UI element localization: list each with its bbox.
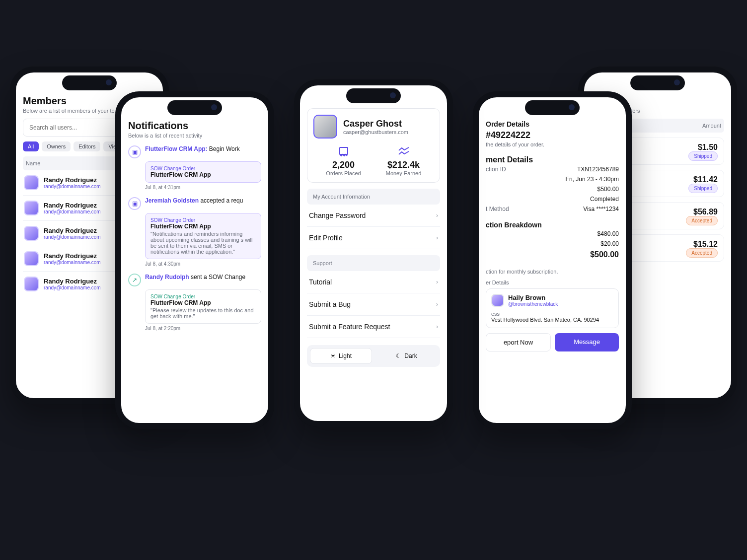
chart-icon	[398, 146, 410, 156]
customer-card: Haily Brown @brownisthenewblack ess Vest…	[486, 288, 619, 328]
notification-card[interactable]: SOW Change Order FlutterFlow CRM App	[145, 161, 261, 183]
card-tag: SOW Change Order	[150, 294, 256, 299]
notch	[62, 75, 117, 90]
menu-submit-feature[interactable]: Submit a Feature Request›	[307, 316, 440, 338]
chevron-right-icon: ›	[436, 323, 438, 330]
menu-label: Submit a Bug	[309, 300, 351, 308]
status-badge: Shipped	[688, 184, 718, 193]
menu-label: Tutorial	[309, 278, 332, 286]
notification-card[interactable]: SOW Change Order FlutterFlow CRM App "No…	[145, 213, 261, 259]
notch	[167, 100, 222, 115]
chevron-right-icon: ›	[436, 279, 438, 285]
sun-icon: ☀	[330, 352, 336, 359]
filter-owners[interactable]: Owners	[42, 141, 71, 151]
notification-text: Randy Rudolph sent a SOW Change	[145, 274, 245, 286]
customer-name: Haily Brown	[508, 294, 558, 301]
card-body: "Notifications and reminders informing a…	[150, 231, 256, 255]
menu-submit-bug[interactable]: Submit a Bug›	[307, 293, 440, 316]
phone-order-detail: Order Details #49224222 the details of y…	[473, 91, 632, 429]
receipt-icon	[338, 146, 350, 156]
notch	[630, 75, 685, 90]
page-subtitle: Below is a list of recent activity	[128, 133, 261, 139]
breakdown-line: $20.00	[486, 239, 619, 249]
order-amount: $15.12	[686, 240, 718, 249]
card-tag: SOW Change Order	[150, 217, 256, 223]
detail-line: Completed	[486, 194, 619, 204]
status-badge: Shipped	[688, 151, 718, 161]
chevron-right-icon: ›	[436, 301, 438, 308]
avatar	[313, 115, 337, 139]
section-account: My Account Information	[307, 189, 440, 205]
message-button[interactable]: Message	[555, 333, 619, 351]
notch	[525, 100, 580, 115]
col-amount: Amount	[702, 123, 721, 129]
kpi-orders-value: 2,200	[313, 160, 374, 170]
page-title: Notifications	[128, 120, 261, 132]
avatar	[24, 251, 39, 266]
avatar	[24, 201, 39, 215]
menu-label: Edit Profile	[309, 234, 343, 242]
order-amount: $11.42	[688, 175, 718, 184]
notification-row[interactable]: ▣ FlutterFlow CRM App: Begin Work	[128, 141, 261, 158]
status-badge: Accepted	[686, 216, 718, 225]
notification-icon: ↗	[128, 274, 141, 286]
menu-change-password[interactable]: Change Password›	[307, 205, 440, 227]
notification-icon: ▣	[128, 197, 141, 210]
order-amount: $56.89	[686, 208, 718, 216]
menu-tutorial[interactable]: Tutorial›	[307, 271, 440, 293]
order-number: #49224222	[486, 130, 619, 140]
notification-text: FlutterFlow CRM App: Begin Work	[145, 145, 240, 158]
notification-icon: ▣	[128, 145, 141, 158]
avatar	[24, 277, 39, 291]
col-name: Name	[26, 160, 40, 166]
kpi-orders-label: Orders Placed	[313, 170, 374, 176]
chevron-right-icon: ›	[436, 212, 438, 219]
detail-line: Fri, Jun 23 - 4:30pm	[486, 174, 619, 184]
notification-row[interactable]: ↗ Randy Rudolph sent a SOW Change	[128, 270, 261, 286]
kpi-money-label: Money Earned	[374, 170, 434, 176]
notch	[346, 88, 401, 103]
section-customer: er Details	[486, 280, 619, 285]
page-title: Order Details	[486, 120, 619, 128]
notification-timestamp: Jul 8, at 4:30pm	[145, 261, 261, 267]
address-label: ess	[491, 311, 613, 317]
detail-line: ction IDTXN123456789	[486, 164, 619, 174]
profile-email: casper@ghustbusters.com	[343, 129, 408, 135]
filter-all[interactable]: All	[23, 141, 39, 151]
profile-name: Casper Ghost	[343, 119, 408, 129]
theme-switch: ☀Light ☾Dark	[307, 345, 440, 367]
menu-label: Submit a Feature Request	[309, 323, 390, 331]
breakdown-line: $480.00	[486, 229, 619, 239]
chevron-right-icon: ›	[436, 234, 438, 241]
phone-profile: Casper Ghost casper@ghustbusters.com 2,2…	[294, 79, 453, 427]
notification-timestamp: Jul 8, at 4:31pm	[145, 185, 261, 190]
menu-label: Change Password	[309, 211, 366, 219]
notification-timestamp: Jul 8, at 2:20pm	[145, 326, 261, 331]
theme-label: Dark	[404, 352, 417, 359]
card-title: FlutterFlow CRM App	[150, 171, 256, 178]
theme-dark[interactable]: ☾Dark	[376, 348, 437, 364]
status-badge: Accepted	[686, 248, 718, 258]
report-button[interactable]: eport Now	[486, 333, 551, 351]
notification-row[interactable]: ▣ Jeremiah Goldsten accepted a requ	[128, 193, 261, 210]
section-support: Support	[307, 255, 440, 271]
customer-address: Vest Hollywood Blvd. San Mateo, CA. 9029…	[491, 317, 613, 323]
avatar	[24, 226, 39, 241]
theme-light[interactable]: ☀Light	[310, 348, 372, 364]
customer-avatar	[491, 294, 504, 307]
detail-line: t MethodVisa ****1234	[486, 204, 619, 214]
order-amount: $1.50	[688, 143, 718, 152]
page-subtitle: the details of your order.	[486, 141, 619, 147]
phone-notifications: Notifications Below is a list of recent …	[115, 91, 274, 429]
moon-icon: ☾	[396, 352, 401, 359]
section-breakdown: ction Breakdown	[486, 221, 619, 229]
menu-edit-profile[interactable]: Edit Profile›	[307, 227, 440, 249]
order-note: ction for monthly subscription.	[486, 269, 619, 275]
filter-editors[interactable]: Editors	[74, 141, 100, 151]
notification-text: Jeremiah Goldsten accepted a requ	[145, 197, 243, 210]
notification-card[interactable]: SOW Change Order FlutterFlow CRM App "Pl…	[145, 289, 261, 324]
card-body: "Please review the updates to this doc a…	[150, 307, 256, 319]
detail-line: $500.00	[486, 184, 619, 194]
card-title: FlutterFlow CRM App	[150, 223, 256, 230]
kpi-money-value: $212.4k	[374, 160, 434, 170]
